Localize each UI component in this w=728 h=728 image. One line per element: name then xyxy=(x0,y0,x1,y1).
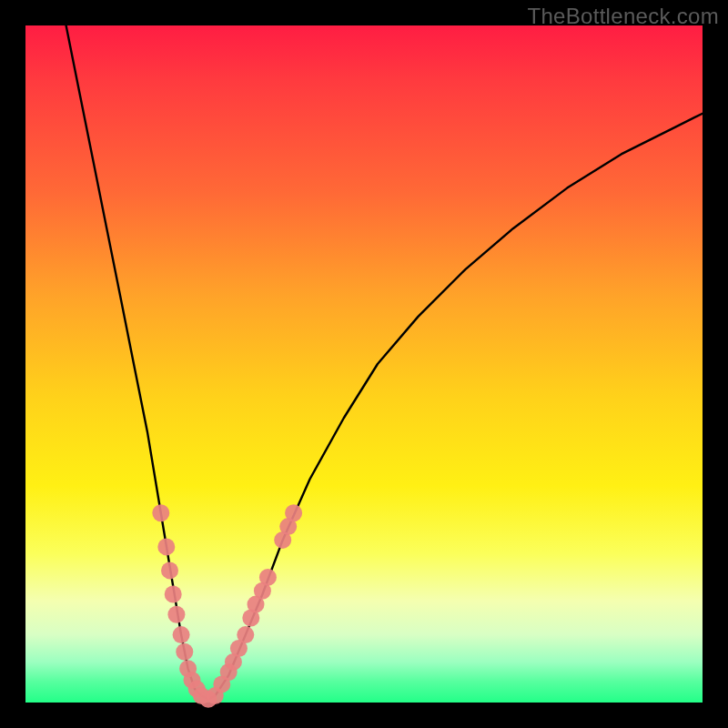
marker-dot xyxy=(157,538,175,555)
marker-dot xyxy=(152,504,169,521)
marker-dot xyxy=(167,606,185,623)
plot-area xyxy=(25,25,703,703)
watermark-text: TheBottleneck.com xyxy=(527,4,719,29)
highlighted-points xyxy=(152,504,302,708)
marker-dot xyxy=(237,626,254,643)
marker-dot xyxy=(176,643,193,661)
chart-svg xyxy=(25,25,703,703)
marker-dot xyxy=(285,504,302,521)
chart-frame: TheBottleneck.com xyxy=(0,0,728,728)
marker-dot xyxy=(165,586,182,603)
bottleneck-curve xyxy=(66,25,703,699)
marker-dot xyxy=(173,626,190,643)
marker-dot xyxy=(161,561,178,579)
marker-dot xyxy=(259,569,277,586)
